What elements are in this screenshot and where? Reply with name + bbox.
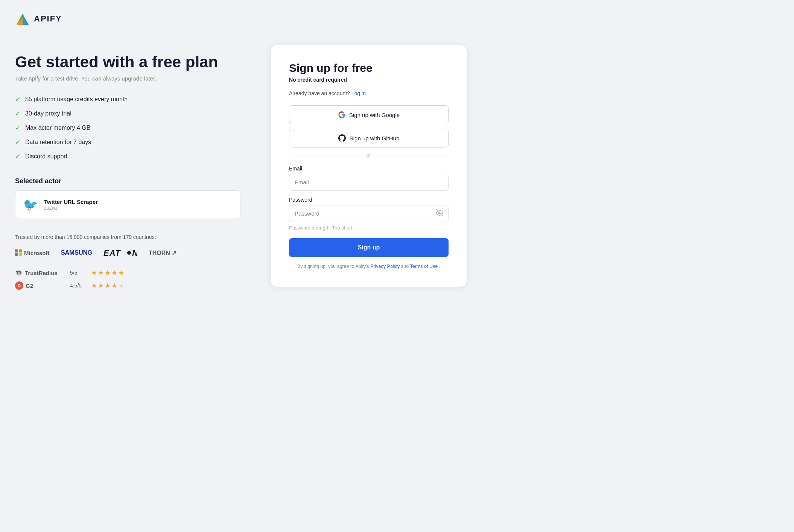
google-btn-label: Sign up with Google <box>349 112 400 118</box>
hero-subtitle: Take Apify for a test drive. You can alw… <box>15 75 241 82</box>
svg-point-6 <box>127 251 131 255</box>
g2-rating-row: G G2 4.5/5 ★★★★★ <box>15 281 241 290</box>
signup-button[interactable]: Sign up <box>289 238 449 257</box>
google-icon <box>338 111 345 119</box>
trustradius-score: 5/5 <box>70 270 85 276</box>
password-input[interactable] <box>289 205 449 222</box>
feature-list: ✓ $5 platform usage credits every month … <box>15 95 241 161</box>
feature-text: Max actor memory 4 GB <box>25 125 90 131</box>
check-icon: ✓ <box>15 95 21 103</box>
trustradius-rating-row: TR TrustRadius 5/5 ★★★★★ <box>15 269 241 277</box>
check-icon: ✓ <box>15 124 21 132</box>
logo-area: APIFY <box>15 11 779 26</box>
trustradius-icon: TR <box>15 269 23 277</box>
logo-text: APIFY <box>34 14 62 24</box>
or-divider: or <box>289 152 449 158</box>
actor-card: 🐦 Twitter URL Scraper zuzka <box>15 190 241 219</box>
no-cc-text: No credit card required <box>289 77 449 83</box>
check-icon: ✓ <box>15 138 21 146</box>
eaton-logo: EAT N <box>103 248 137 257</box>
g2-icon: G <box>15 281 23 290</box>
password-toggle-icon[interactable] <box>436 209 443 218</box>
feature-item: ✓ Data retention for 7 days <box>15 138 241 146</box>
microsoft-logo: Microsoft <box>15 249 50 256</box>
samsung-logo: SAMSUNG <box>61 249 92 257</box>
hero-title: Get started with a free plan <box>15 53 241 71</box>
brand-logos-row: Microsoft SAMSUNG EAT N THORN ↗ <box>15 248 241 257</box>
feature-item: ✓ 30-day proxy trial <box>15 109 241 118</box>
email-input[interactable] <box>289 174 449 191</box>
feature-text: Discord support <box>25 153 67 160</box>
github-btn-label: Sign up with GitHub <box>350 135 400 141</box>
trustradius-logo: TR TrustRadius <box>15 269 64 277</box>
svg-text:EAT: EAT <box>103 248 121 257</box>
main-layout: Get started with a free plan Take Apify … <box>15 45 467 290</box>
github-signup-button[interactable]: Sign up with GitHub <box>289 129 449 147</box>
svg-text:N: N <box>132 248 137 257</box>
signup-panel: Sign up for free No credit card required… <box>271 45 467 287</box>
actor-author: zuzka <box>44 205 98 211</box>
left-panel: Get started with a free plan Take Apify … <box>15 45 241 290</box>
trust-text: Trusted by more than 15,000 companies fr… <box>15 234 241 240</box>
g2-logo: G G2 <box>15 281 64 290</box>
check-icon: ✓ <box>15 152 21 161</box>
feature-item: ✓ Discord support <box>15 152 241 161</box>
already-account-text: Already have an account? Log in <box>289 90 449 96</box>
feature-item: ✓ $5 platform usage credits every month <box>15 95 241 103</box>
rating-rows: TR TrustRadius 5/5 ★★★★★ G G2 4.5/5 ★★★★… <box>15 269 241 290</box>
g2-score: 4.5/5 <box>70 283 85 289</box>
email-label: Email <box>289 166 449 172</box>
microsoft-icon <box>15 249 22 256</box>
google-signup-button[interactable]: Sign up with Google <box>289 105 449 124</box>
thorn-logo: THORN ↗ <box>149 249 176 257</box>
apify-logo-icon <box>15 11 30 26</box>
trustradius-stars: ★★★★★ <box>91 269 125 277</box>
svg-text:TR: TR <box>16 271 21 275</box>
terms-text: By signing up, you agree to Apify's Priv… <box>289 263 449 270</box>
privacy-policy-link[interactable]: Privacy Policy <box>370 264 400 269</box>
twitter-icon: 🐦 <box>23 198 38 212</box>
actor-name: Twitter URL Scraper <box>44 199 98 205</box>
selected-actor-label: Selected actor <box>15 177 241 185</box>
check-icon: ✓ <box>15 109 21 118</box>
g2-stars: ★★★★★ <box>91 281 125 290</box>
password-strength-text: Password strength: Too short <box>289 225 449 231</box>
password-label: Password <box>289 197 449 203</box>
eaton-svg: EAT N <box>103 248 137 257</box>
feature-text: Data retention for 7 days <box>25 139 91 146</box>
feature-item: ✓ Max actor memory 4 GB <box>15 124 241 132</box>
password-wrapper <box>289 205 449 222</box>
signup-title: Sign up for free <box>289 62 449 74</box>
actor-info: Twitter URL Scraper zuzka <box>44 199 98 211</box>
github-icon <box>338 134 346 142</box>
login-link[interactable]: Log in <box>351 90 366 96</box>
feature-text: 30-day proxy trial <box>25 110 71 117</box>
feature-text: $5 platform usage credits every month <box>25 96 128 103</box>
terms-of-use-link[interactable]: Terms of Use <box>410 264 438 269</box>
